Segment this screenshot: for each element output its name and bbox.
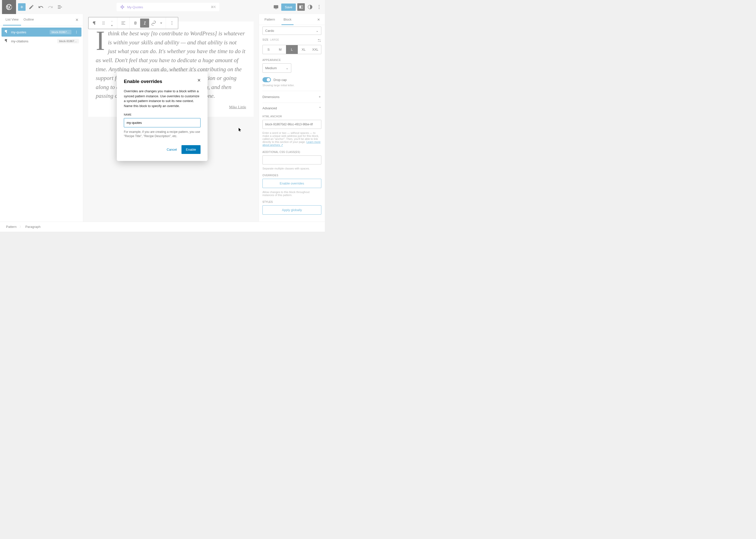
close-modal-button[interactable] [196,77,202,83]
modal-body: Overrides are changes you make to a bloc… [124,89,200,108]
override-name-input[interactable] [124,118,200,127]
cursor-icon [239,128,242,132]
enable-button[interactable]: Enable [182,145,200,154]
enable-overrides-modal: Enable overrides Overrides are changes y… [117,72,207,161]
cancel-button[interactable]: Cancel [167,148,177,151]
modal-title: Enable overrides [124,79,200,84]
modal-help: For example, if you are creating a recip… [124,130,200,139]
modal-name-label: NAME [124,113,200,116]
modal-actions: Cancel Enable [124,145,200,154]
